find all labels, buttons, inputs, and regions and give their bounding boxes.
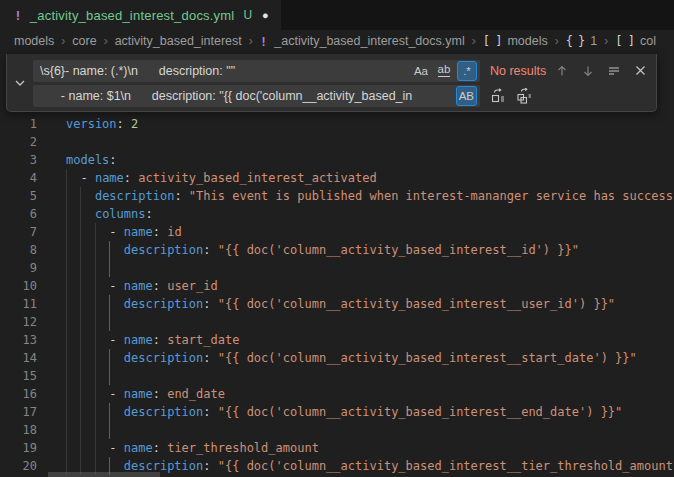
code-text: - name: user_id: [66, 279, 218, 293]
indent-guide: [95, 367, 96, 385]
breadcrumb-separator: ›: [104, 34, 108, 48]
breadcrumb-separator: ›: [249, 34, 253, 48]
breadcrumb-item-_activity_based_interest_docs.yml[interactable]: !_activity_based_interest_docs.yml: [260, 34, 465, 49]
breadcrumb-label: 1: [590, 34, 597, 48]
replace-options: AB: [456, 86, 480, 106]
code-line[interactable]: 8 description: "{{ doc('column__activity…: [0, 241, 674, 259]
code-line[interactable]: 6 columns:: [0, 205, 674, 223]
line-number: 3: [0, 151, 66, 169]
find-in-selection-icon: [607, 64, 621, 78]
code-line[interactable]: 19 - name: tier_threshold_amount: [0, 439, 674, 457]
code-line[interactable]: 12: [0, 313, 674, 331]
code-text: description: "{{ doc('column__activity_b…: [66, 405, 622, 419]
code-line[interactable]: 9: [0, 259, 674, 277]
line-content: description: "{{ doc('column__activity_b…: [66, 349, 674, 367]
line-content: - name: id: [66, 223, 674, 241]
replace-row: AB: [33, 84, 650, 107]
yaml-file-icon: !: [260, 34, 268, 49]
line-number: 19: [0, 439, 66, 457]
line-content: - name: user_id: [66, 277, 674, 295]
arrow-down-icon: [581, 64, 595, 78]
line-number: 9: [0, 259, 66, 277]
code-text: description: "This event is published wh…: [66, 189, 674, 203]
toggle-replace-chevron-icon[interactable]: [10, 54, 30, 111]
code-text: - name: activity_based_interest_activate…: [66, 171, 377, 185]
regex-toggle[interactable]: .*: [457, 61, 477, 81]
match-case-toggle[interactable]: Aa: [411, 61, 431, 81]
code-line[interactable]: 10 - name: user_id: [0, 277, 674, 295]
code-line[interactable]: 17 description: "{{ doc('column__activit…: [0, 403, 674, 421]
tab-bar: ! _activity_based_interest_docs.yml U ●: [0, 0, 674, 30]
editor-pane[interactable]: 1version: 223models:4 - name: activity_b…: [0, 52, 674, 477]
breadcrumb-item-models[interactable]: [ ]models: [483, 34, 548, 48]
match-case-icon: Aa: [414, 65, 428, 77]
indent-guide: [95, 259, 96, 277]
breadcrumb-label: col: [640, 34, 656, 48]
tab-filename: _activity_based_interest_docs.yml: [30, 8, 235, 23]
line-content: - name: activity_based_interest_activate…: [66, 169, 674, 187]
breadcrumb-item-1[interactable]: { }1: [566, 34, 598, 48]
find-input[interactable]: [33, 60, 411, 82]
code-line[interactable]: 14 description: "{{ doc('column__activit…: [0, 349, 674, 367]
code-line[interactable]: 16 - name: end_date: [0, 385, 674, 403]
indent-guide: [66, 313, 67, 331]
next-match-button[interactable]: [578, 61, 598, 81]
code-line[interactable]: 18: [0, 421, 674, 439]
line-number: 8: [0, 241, 66, 259]
line-number: 12: [0, 313, 66, 331]
breadcrumb-separator: ›: [61, 34, 65, 48]
indent-guide: [109, 367, 110, 385]
preserve-case-toggle[interactable]: AB: [456, 86, 477, 106]
horizontal-scrollbar[interactable]: [48, 472, 160, 477]
code-line[interactable]: 15: [0, 367, 674, 385]
array-symbol-icon: [ ]: [483, 34, 502, 48]
code-text: description: "{{ doc('column__activity_b…: [66, 351, 637, 365]
find-row: Aa ab .* No results: [33, 59, 650, 82]
code-line[interactable]: 4 - name: activity_based_interest_activa…: [0, 169, 674, 187]
indent-guide: [95, 421, 96, 439]
indent-guide: [80, 421, 81, 439]
line-content: description: "This event is published wh…: [66, 187, 674, 205]
preserve-case-icon: AB: [459, 90, 474, 102]
line-number: 15: [0, 367, 66, 385]
breadcrumb-item-col[interactable]: [ ]col: [615, 34, 656, 48]
find-options: Aa ab .*: [411, 61, 480, 81]
breadcrumb-label: _activity_based_interest_docs.yml: [274, 34, 464, 48]
close-find-button[interactable]: [630, 61, 650, 81]
code-line[interactable]: 7 - name: id: [0, 223, 674, 241]
tab-active-file[interactable]: ! _activity_based_interest_docs.yml U ●: [0, 0, 281, 30]
breadcrumb-item-activity_based_interest[interactable]: activity_based_interest: [115, 34, 242, 48]
line-number: 2: [0, 133, 66, 151]
breadcrumb-item-models[interactable]: models: [14, 34, 54, 48]
line-content: - name: tier_threshold_amount: [66, 439, 674, 457]
line-number: 14: [0, 349, 66, 367]
git-untracked-badge: U: [243, 8, 252, 22]
replace-button[interactable]: [488, 86, 508, 106]
code-line[interactable]: 1version: 2: [0, 115, 674, 133]
unsaved-changes-dot-icon[interactable]: ●: [262, 10, 269, 21]
breadcrumb-item-core[interactable]: core: [72, 34, 96, 48]
breadcrumb-separator: ›: [555, 34, 559, 48]
code-line[interactable]: 5 description: "This event is published …: [0, 187, 674, 205]
code-text: - name: id: [66, 225, 182, 239]
line-number: 17: [0, 403, 66, 421]
code-line[interactable]: 11 description: "{{ doc('column__activit…: [0, 295, 674, 313]
code-area[interactable]: 1version: 223models:4 - name: activity_b…: [0, 52, 674, 475]
indent-guide: [80, 367, 81, 385]
code-line[interactable]: 2: [0, 133, 674, 151]
breadcrumb-label: activity_based_interest: [115, 34, 242, 48]
previous-match-button[interactable]: [552, 61, 572, 81]
replace-all-button[interactable]: [514, 86, 534, 106]
code-line[interactable]: 3models:: [0, 151, 674, 169]
whole-word-toggle[interactable]: ab: [434, 61, 454, 81]
line-content: description: "{{ doc('column__activity_b…: [66, 295, 674, 313]
line-content: [66, 133, 674, 151]
code-text: models:: [66, 153, 117, 167]
replace-all-icon: [516, 88, 532, 104]
breadcrumb-label: models: [14, 34, 54, 48]
code-line[interactable]: 13 - name: start_date: [0, 331, 674, 349]
find-in-selection-button[interactable]: [604, 61, 624, 81]
yaml-file-icon: !: [14, 8, 22, 23]
replace-input[interactable]: [33, 85, 456, 107]
object-symbol-icon: { }: [566, 34, 585, 48]
